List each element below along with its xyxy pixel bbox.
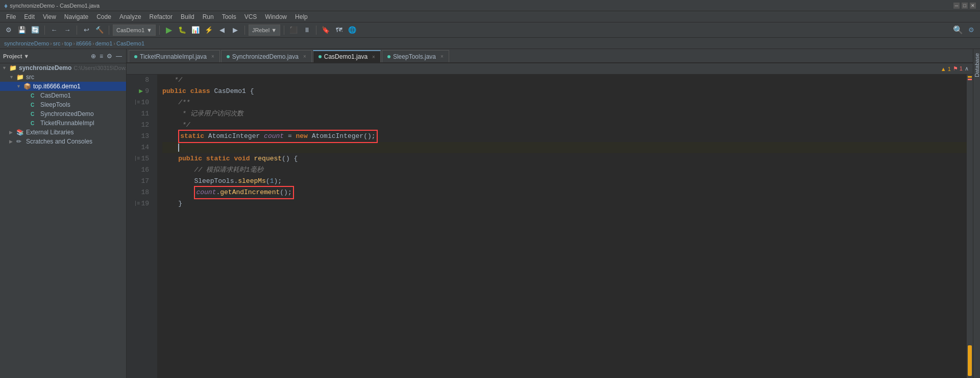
code-line-14 xyxy=(162,142,967,153)
tab-label-synchronizeddemo: SynchronizedDemo.java xyxy=(232,53,299,60)
tree-label-external-libraries: External Libraries xyxy=(26,129,74,136)
toolbar-forward-btn[interactable]: → xyxy=(62,25,73,36)
toolbar-build-btn[interactable]: 🔨 xyxy=(94,25,105,36)
profile-btn[interactable]: ⚡ xyxy=(203,25,214,36)
tab-sleeptools[interactable]: SleepTools.java × xyxy=(382,50,449,62)
tab-synchronizeddemo[interactable]: SynchronizedDemo.java × xyxy=(221,50,312,62)
gutter-line-10: |≡10 xyxy=(127,97,153,108)
translate-btn[interactable]: 🌐 xyxy=(347,25,358,36)
scroll-indicator-gutter xyxy=(967,75,973,378)
menu-edit[interactable]: Edit xyxy=(20,12,39,21)
cursor xyxy=(178,144,179,152)
minimize-button[interactable]: ─ xyxy=(953,3,960,9)
close-button[interactable]: ✕ xyxy=(970,3,976,9)
tree-item-sleeptools[interactable]: C SleepTools xyxy=(0,100,126,109)
gutter-line-14: 14 xyxy=(127,142,153,153)
tab-close-casdemo1[interactable]: × xyxy=(372,54,375,60)
code-content[interactable]: */ public class CasDemo1 { /** xyxy=(157,75,967,378)
tree-item-external-libraries[interactable]: ▶ 📚 External Libraries xyxy=(0,128,126,137)
breadcrumb-it6666[interactable]: it6666 xyxy=(76,40,91,46)
menu-navigate[interactable]: Navigate xyxy=(60,12,92,21)
bookmark-btn[interactable]: 🔖 xyxy=(320,25,331,36)
project-config-dropdown[interactable]: CasDemo1 ▼ xyxy=(113,25,156,36)
tree-label-casdemo1: CasDemo1 xyxy=(40,92,71,99)
tree-item-synchronizeddemo[interactable]: C SynchronizedDemo xyxy=(0,109,126,119)
settings-gear-btn[interactable]: ⚙ xyxy=(966,25,977,36)
search-everywhere-btn[interactable]: 🔍 xyxy=(952,25,964,36)
menu-view[interactable]: View xyxy=(39,12,60,21)
menu-build[interactable]: Build xyxy=(177,12,199,21)
sidebar: Project ▼ ⊕ ≡ ⚙ — ▼ 📁 synchronizeDemo C:… xyxy=(0,49,127,378)
breadcrumb-demo1[interactable]: demo1 xyxy=(95,40,113,46)
tree-item-casdemo1[interactable]: C CasDemo1 xyxy=(0,91,126,100)
gutter-line-15: |≡15 xyxy=(127,153,153,164)
tab-casdemo1[interactable]: CasDemo1.java × xyxy=(313,50,381,62)
toolbar-sync-btn[interactable]: 🔄 xyxy=(30,25,41,36)
sidebar-title[interactable]: Project ▼ xyxy=(3,53,29,59)
sidebar-sort-btn[interactable]: ≡ xyxy=(99,52,104,61)
jrebel-dropdown[interactable]: JRebel ▼ xyxy=(249,25,280,36)
menu-file[interactable]: File xyxy=(2,12,20,21)
toolbar-settings-btn[interactable]: ⚙ xyxy=(3,25,14,36)
sidebar-close-btn[interactable]: — xyxy=(115,52,123,61)
run-btn[interactable]: ▶ xyxy=(163,25,175,36)
error-count[interactable]: ⚑ 1 xyxy=(953,65,963,72)
menu-tools[interactable]: Tools xyxy=(218,12,240,21)
menu-run[interactable]: Run xyxy=(199,12,218,21)
tree-item-synchronizeDemo[interactable]: ▼ 📁 synchronizeDemo C:\Users\30315\Dow..… xyxy=(0,63,126,73)
menu-help[interactable]: Help xyxy=(291,12,312,21)
menu-window[interactable]: Window xyxy=(261,12,291,21)
toolbar-back-btn[interactable]: ← xyxy=(48,25,60,36)
tree-item-scratches[interactable]: ▶ ✏ Scratches and Consoles xyxy=(0,137,126,146)
menu-refactor[interactable]: Refactor xyxy=(145,12,177,21)
breadcrumb: synchronizeDemo › src › top › it6666 › d… xyxy=(0,38,980,49)
tab-close-synchronizeddemo[interactable]: × xyxy=(303,54,306,59)
menu-vcs[interactable]: VCS xyxy=(240,12,261,21)
toolbar: ⚙ 💾 🔄 ← → ↩ 🔨 CasDemo1 ▼ ▶ 🐛 📊 ⚡ ◀ ▶ JRe… xyxy=(0,22,980,38)
breadcrumb-top[interactable]: top xyxy=(64,40,72,46)
code-line-16: // 模拟请求耗时1毫秒 xyxy=(162,164,967,176)
tree-item-src[interactable]: ▼ 📁 src xyxy=(0,73,126,82)
pause-btn[interactable]: ⏸ xyxy=(301,25,312,36)
debug-btn[interactable]: 🐛 xyxy=(177,25,188,36)
code-editor[interactable]: 8 ▶9 |≡10 11 12 13 14 |≡15 16 17 18 |≡19 xyxy=(127,75,973,378)
window-title: synchronizeDemo - CasDemo1.java xyxy=(10,3,100,9)
toolbar-revert-btn[interactable]: ↩ xyxy=(81,25,92,36)
run-with-coverage-btn[interactable]: 📊 xyxy=(190,25,201,36)
database-tab-label[interactable]: Database xyxy=(974,53,980,77)
warning-count[interactable]: ▲ 1 xyxy=(941,66,951,72)
code-line-11: * 记录用户访问次数 xyxy=(162,108,967,120)
tree-item-package[interactable]: ▼ 📦 top.it6666.demo1 xyxy=(0,82,126,91)
forward-btn2[interactable]: ▶ xyxy=(230,25,241,36)
breadcrumb-src[interactable]: src xyxy=(53,40,61,46)
breadcrumb-casdemo1[interactable]: CasDemo1 xyxy=(116,40,144,46)
code-line-8: */ xyxy=(162,75,967,86)
maximize-button[interactable]: □ xyxy=(962,3,968,9)
menu-analyze[interactable]: Analyze xyxy=(115,12,145,21)
scroll-up-btn[interactable]: ∧ xyxy=(965,65,969,72)
gutter-line-12: 12 xyxy=(127,120,153,131)
scroll-marker-warning xyxy=(968,76,972,78)
line-number-gutter: 8 ▶9 |≡10 11 12 13 14 |≡15 16 17 18 |≡19 xyxy=(127,75,157,378)
sidebar-locate-btn[interactable]: ⊕ xyxy=(90,52,97,61)
gutter-line-19: |≡19 xyxy=(127,198,153,209)
toolbar-save-btn[interactable]: 💾 xyxy=(16,25,28,36)
editor-top-bar: ▲ 1 ⚑ 1 ∧ xyxy=(127,63,973,75)
tree-label-synchronizeddemo: SynchronizedDemo xyxy=(40,110,94,117)
jrebel-name: JRebel ▼ xyxy=(252,27,277,33)
sidebar-header: Project ▼ ⊕ ≡ ⚙ — xyxy=(0,49,126,63)
code-line-9: public class CasDemo1 { xyxy=(162,86,967,97)
tab-close-sleeptools[interactable]: × xyxy=(440,54,444,59)
red-box-line13: static AtomicInteger count = new AtomicI… xyxy=(178,130,377,143)
back-btn2[interactable]: ◀ xyxy=(216,25,228,36)
breadcrumb-project[interactable]: synchronizeDemo xyxy=(4,40,49,46)
tree-item-ticketrunnableimpl[interactable]: C TicketRunnableImpl xyxy=(0,119,126,128)
nav-btn[interactable]: 🗺 xyxy=(333,25,345,36)
menu-code[interactable]: Code xyxy=(92,12,115,21)
tab-close-ticketrunnableimpl[interactable]: × xyxy=(211,54,214,59)
config-name: CasDemo1 xyxy=(116,27,144,33)
stop-btn[interactable]: ⬛ xyxy=(288,25,299,36)
sidebar-settings-btn[interactable]: ⚙ xyxy=(106,52,113,61)
tab-ticketrunnableimpl[interactable]: TicketRunnableImpl.java × xyxy=(129,50,220,62)
right-sidebar[interactable]: Database xyxy=(973,49,980,378)
